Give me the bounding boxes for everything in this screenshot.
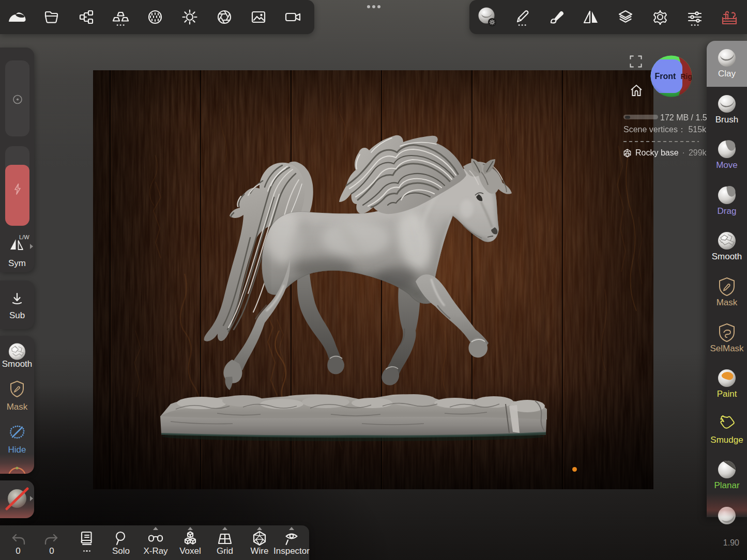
selected-object-sep: · (682, 148, 685, 158)
scene-graph-icon[interactable] (72, 0, 101, 34)
hide-dotted-icon (8, 424, 26, 441)
mask-shield-icon (9, 380, 25, 398)
inspector-label: Inspector (273, 547, 310, 556)
toolbox-icon[interactable] (715, 0, 744, 34)
files-folder-icon[interactable] (37, 0, 66, 34)
smudge-hand-icon (717, 412, 737, 436)
topology-sphere-icon[interactable] (141, 0, 170, 34)
tool-paint[interactable]: Paint (707, 361, 747, 407)
grid-caret (222, 527, 227, 530)
voxel-label: Voxel (179, 547, 201, 556)
redo-count: 0 (49, 547, 54, 556)
grid-button[interactable]: Grid (208, 525, 241, 560)
scene-vertices-text: Scene vertices： 515k (623, 125, 706, 135)
tool-selmask[interactable]: SelMask (707, 316, 747, 362)
nav-orientation-ball[interactable]: Front Righ (650, 55, 692, 97)
home-icon[interactable] (630, 84, 643, 97)
selected-object-row[interactable]: Rocky base · 299k (623, 148, 707, 158)
tool-partial[interactable] (707, 499, 747, 558)
mask-shield-icon (718, 275, 736, 299)
settings-gear-icon[interactable] (646, 0, 675, 34)
undo-count: 0 (16, 547, 20, 556)
voxel-caret (188, 527, 193, 530)
smooth-button[interactable]: Smooth (0, 359, 34, 369)
tool-drag[interactable]: Drag (707, 178, 747, 224)
memory-progressbar (623, 115, 658, 119)
radius-slider[interactable] (5, 60, 29, 136)
smooth-ball-icon (8, 342, 27, 361)
lighting-sun-icon[interactable] (175, 0, 204, 34)
brush-ball-icon (715, 92, 738, 116)
sub-button[interactable]: Sub (0, 310, 34, 321)
app-logo-icon[interactable] (3, 0, 32, 34)
tool-clay[interactable]: Clay (707, 41, 747, 87)
tool-mask[interactable]: Mask (707, 270, 747, 316)
xray-label: X-Ray (143, 547, 167, 556)
no-material-icon[interactable] (5, 486, 29, 512)
clay-ball-icon (715, 46, 738, 70)
tool-smooth[interactable]: Smooth (707, 224, 747, 270)
voxel-button[interactable]: Voxel (174, 525, 207, 560)
selmask-shield-icon (718, 321, 736, 345)
sliders-options-icon[interactable] (680, 0, 709, 34)
paint-ball-icon (715, 366, 738, 390)
move-ball-icon (715, 137, 738, 161)
left-stroke-panel: L/W Sym (0, 48, 34, 272)
stylus-pencil-icon[interactable] (508, 0, 537, 34)
intensity-fill (5, 165, 29, 226)
stroke-marker-dot (572, 467, 577, 472)
material-expand-arrow[interactable] (30, 496, 33, 501)
inspector-caret (289, 527, 294, 530)
sculpt-canvas[interactable] (93, 70, 653, 489)
fullscreen-icon[interactable] (630, 55, 643, 68)
grid-label: Grid (217, 547, 233, 556)
undo-button[interactable]: 0 (2, 525, 35, 560)
planar-ball-icon (715, 458, 738, 481)
wire-label: Wire (251, 547, 269, 556)
history-more-dots (83, 550, 91, 552)
selected-object-name: Rocky base (635, 148, 679, 158)
redo-button[interactable]: 0 (35, 525, 68, 560)
postprocess-aperture-icon[interactable] (210, 0, 239, 34)
partial-ball-icon (715, 504, 738, 527)
more-dots (117, 24, 125, 26)
tool-drag-label: Drag (718, 206, 737, 216)
app-window: L/W Sym Sub Smooth Mask (0, 0, 747, 560)
hide-button[interactable]: Hide (0, 445, 34, 455)
inspector-button[interactable]: Inspector (275, 525, 308, 560)
left-tools-panel: Smooth Mask Hide (0, 336, 34, 474)
selected-object-count: 299k (689, 148, 707, 158)
paint-brush-icon[interactable] (542, 0, 571, 34)
material-ingots-icon[interactable] (106, 0, 135, 34)
solo-button[interactable]: Solo (104, 525, 138, 560)
tool-move-label: Move (716, 160, 738, 170)
layers-stack-icon[interactable] (611, 0, 640, 34)
mask-button[interactable]: Mask (0, 402, 34, 412)
xray-button[interactable]: X-Ray (139, 525, 172, 560)
tool-selmask-label: SelMask (710, 344, 743, 354)
xray-caret (153, 527, 158, 530)
wire-button[interactable]: Wire (243, 525, 276, 560)
more-dots (691, 24, 699, 26)
material-ball-button[interactable] (473, 0, 502, 34)
sym-button[interactable]: Sym (0, 258, 34, 269)
tool-smudge[interactable]: Smudge (707, 407, 747, 453)
bottom-bar: 0 0 Solo X-Ray Voxel Grid (0, 525, 309, 560)
sym-expand-arrow[interactable] (30, 244, 33, 249)
tool-clay-label: Clay (718, 69, 736, 79)
symmetry-mirror-icon[interactable] (576, 0, 605, 34)
tool-move[interactable]: Move (707, 132, 747, 178)
more-dots (519, 24, 526, 26)
tool-smooth-label: Smooth (712, 252, 742, 262)
tool-planar[interactable]: Planar (707, 453, 747, 499)
camera-video-icon[interactable] (279, 0, 308, 34)
intensity-slider[interactable] (5, 146, 29, 226)
history-button[interactable] (70, 525, 103, 560)
background-image-icon[interactable] (244, 0, 273, 34)
tool-brush[interactable]: Brush (707, 87, 747, 133)
wire-caret (257, 527, 262, 530)
tool-planar-label: Planar (714, 480, 739, 491)
solo-label: Solo (112, 547, 130, 556)
rocky-base[interactable] (160, 394, 547, 441)
system-handle-dots[interactable] (363, 4, 384, 9)
